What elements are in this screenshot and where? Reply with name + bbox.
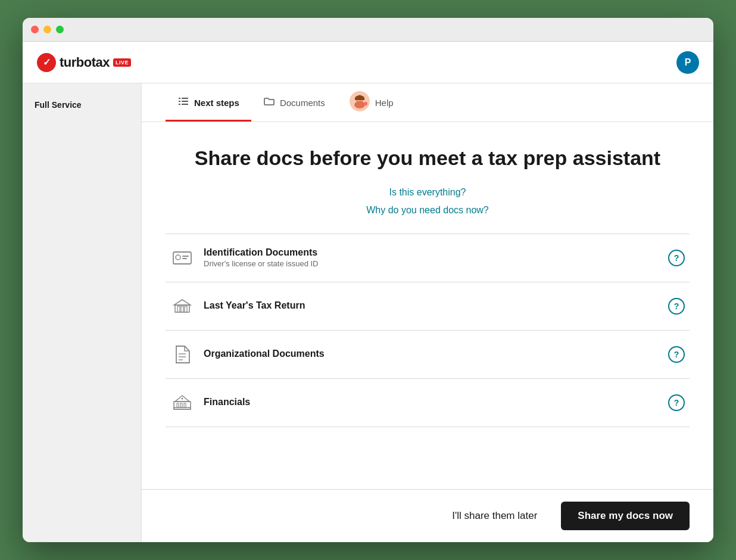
svg-point-30 bbox=[182, 397, 183, 399]
svg-rect-5 bbox=[182, 104, 188, 105]
logo-live-badge: LIVE bbox=[113, 58, 131, 67]
turbotax-logo: ✓ turbotax LIVE bbox=[37, 53, 131, 72]
svg-rect-14 bbox=[182, 256, 189, 257]
tab-help[interactable]: Help bbox=[337, 83, 406, 122]
nav-tabs: Next steps Documents bbox=[142, 83, 713, 122]
svg-rect-15 bbox=[182, 258, 187, 259]
user-avatar[interactable]: P bbox=[676, 51, 699, 74]
main-content: Next steps Documents bbox=[142, 83, 713, 542]
doc-item-organizational: Organizational Documents ? bbox=[166, 331, 690, 379]
folder-icon bbox=[263, 95, 275, 110]
document-list: Identification Documents Driver's licens… bbox=[166, 234, 690, 427]
page-content: Share docs before you meet a tax prep as… bbox=[142, 122, 713, 489]
doc-financials-name: Financials bbox=[204, 397, 668, 407]
svg-rect-4 bbox=[179, 104, 180, 105]
title-bar bbox=[23, 18, 713, 42]
share-now-button[interactable]: Share my docs now bbox=[561, 502, 690, 530]
doc-item-financials: Financials ? bbox=[166, 379, 690, 427]
id-card-icon bbox=[170, 246, 194, 270]
faq-why-docs-link[interactable]: Why do you need docs now? bbox=[166, 205, 690, 216]
app-header: ✓ turbotax LIVE P bbox=[23, 42, 713, 83]
document-icon bbox=[170, 343, 194, 366]
doc-organizational-name: Organizational Documents bbox=[204, 349, 668, 359]
tab-next-steps-label: Next steps bbox=[194, 98, 239, 108]
bank-building-icon bbox=[170, 294, 194, 318]
doc-identification-text: Identification Documents Driver's licens… bbox=[204, 247, 668, 268]
svg-point-13 bbox=[176, 255, 180, 260]
doc-item-identification: Identification Documents Driver's licens… bbox=[166, 234, 690, 282]
help-avatar-icon bbox=[349, 91, 370, 115]
page-title: Share docs before you meet a tax prep as… bbox=[166, 146, 690, 170]
svg-marker-17 bbox=[174, 300, 191, 305]
svg-rect-0 bbox=[179, 98, 180, 99]
close-button[interactable] bbox=[31, 26, 39, 33]
tab-documents[interactable]: Documents bbox=[251, 83, 337, 122]
list-icon bbox=[177, 95, 189, 110]
tab-documents-label: Documents bbox=[280, 98, 325, 108]
maximize-button[interactable] bbox=[56, 26, 64, 33]
svg-rect-1 bbox=[182, 98, 188, 99]
doc-identification-subtitle: Driver's license or state issued ID bbox=[204, 259, 668, 268]
tab-help-label: Help bbox=[375, 98, 394, 108]
svg-rect-28 bbox=[180, 403, 182, 407]
doc-item-tax-return: Last Year's Tax Return ? bbox=[166, 282, 690, 331]
sidebar-item-full-service[interactable]: Full Service bbox=[23, 93, 141, 117]
doc-tax-return-name: Last Year's Tax Return bbox=[204, 300, 668, 311]
svg-rect-19 bbox=[181, 306, 183, 312]
doc-identification-name: Identification Documents bbox=[204, 247, 668, 258]
svg-rect-20 bbox=[185, 306, 187, 312]
doc-organizational-text: Organizational Documents bbox=[204, 349, 668, 360]
share-later-button[interactable]: I'll share them later bbox=[442, 504, 547, 528]
app-window: ✓ turbotax LIVE P Full Service bbox=[23, 18, 713, 542]
svg-rect-3 bbox=[182, 101, 188, 102]
faq-everything-link[interactable]: Is this everything? bbox=[166, 187, 690, 198]
svg-rect-18 bbox=[177, 306, 180, 312]
doc-organizational-help[interactable]: ? bbox=[668, 346, 685, 363]
svg-rect-2 bbox=[179, 101, 180, 102]
page-footer: I'll share them later Share my docs now bbox=[142, 489, 713, 542]
svg-rect-29 bbox=[184, 403, 186, 407]
logo-area: ✓ turbotax LIVE bbox=[37, 53, 131, 72]
sidebar: Full Service bbox=[23, 83, 142, 542]
logo-text: turbotax bbox=[60, 55, 110, 70]
svg-point-11 bbox=[364, 102, 367, 105]
main-layout: Full Service bbox=[23, 83, 713, 542]
doc-tax-return-text: Last Year's Tax Return bbox=[204, 300, 668, 312]
doc-identification-help[interactable]: ? bbox=[668, 250, 685, 266]
doc-tax-return-help[interactable]: ? bbox=[668, 298, 685, 315]
svg-rect-27 bbox=[177, 403, 179, 407]
minimize-button[interactable] bbox=[43, 26, 51, 33]
doc-financials-text: Financials bbox=[204, 397, 668, 409]
logo-check-icon: ✓ bbox=[37, 53, 56, 72]
doc-financials-help[interactable]: ? bbox=[668, 394, 685, 411]
tab-next-steps[interactable]: Next steps bbox=[166, 83, 251, 122]
financials-icon bbox=[170, 391, 194, 415]
